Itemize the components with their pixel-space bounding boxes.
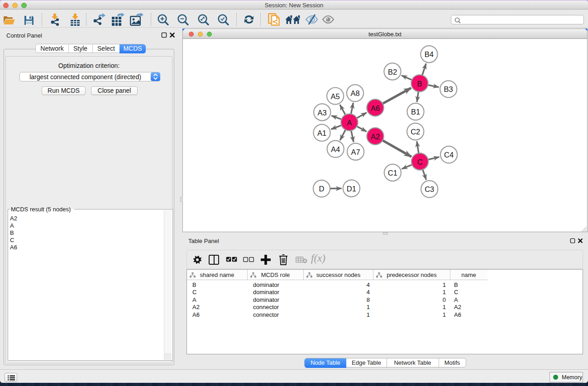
svg-text:B3: B3: [444, 85, 453, 93]
svg-text:A8: A8: [350, 89, 359, 97]
svg-text:C: C: [417, 158, 423, 166]
svg-text:B2: B2: [388, 68, 397, 76]
svg-text:A: A: [347, 119, 352, 127]
svg-text:A2: A2: [371, 133, 380, 141]
svg-text:B4: B4: [425, 50, 434, 58]
svg-text:C1: C1: [388, 169, 397, 177]
svg-text:C3: C3: [425, 185, 434, 193]
svg-text:A4: A4: [331, 145, 340, 153]
svg-text:D1: D1: [347, 185, 356, 193]
svg-text:B1: B1: [411, 108, 420, 116]
svg-text:A5: A5: [331, 92, 340, 100]
svg-text:C2: C2: [411, 128, 420, 136]
svg-text:A6: A6: [371, 104, 380, 112]
svg-text:A1: A1: [317, 129, 326, 137]
svg-text:D: D: [319, 185, 325, 193]
svg-text:B: B: [417, 80, 422, 88]
svg-text:C4: C4: [444, 151, 454, 159]
svg-text:A7: A7: [351, 148, 360, 156]
svg-text:A3: A3: [318, 109, 327, 117]
